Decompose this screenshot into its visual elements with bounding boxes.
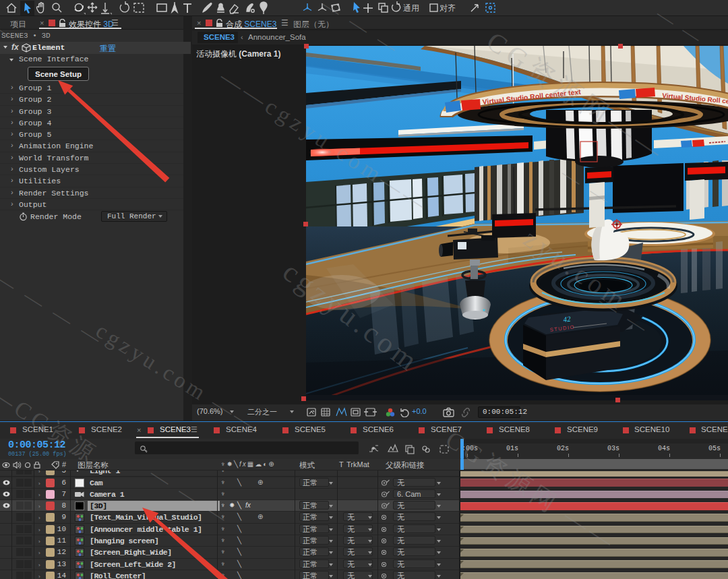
svg-text:对齐: 对齐 — [439, 3, 456, 13]
svg-text:42: 42 — [563, 315, 572, 324]
svg-text:通用: 通用 — [403, 3, 419, 13]
